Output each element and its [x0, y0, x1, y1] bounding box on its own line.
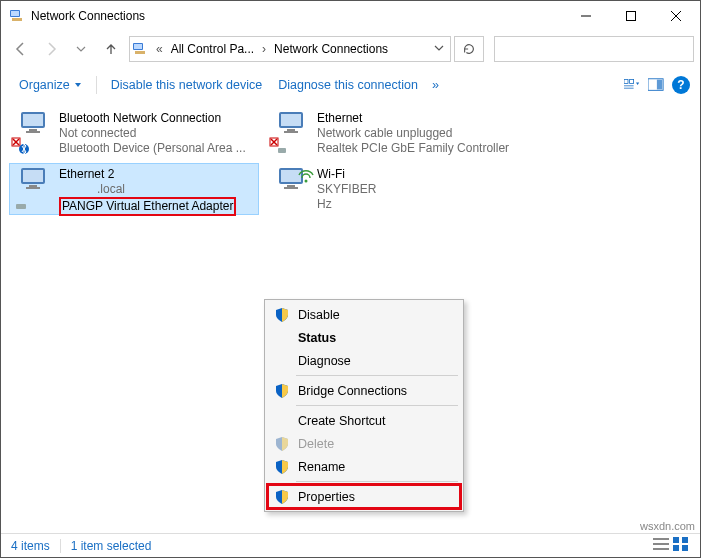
svg-rect-33	[23, 170, 43, 182]
breadcrumb-separator-icon: ›	[258, 42, 270, 56]
svg-rect-4	[626, 12, 635, 21]
svg-rect-47	[673, 545, 679, 551]
svg-rect-9	[135, 51, 145, 54]
connection-status: SKYFIBER	[317, 182, 515, 197]
command-bar: Organize Disable this network device Dia…	[1, 67, 700, 103]
connection-item[interactable]: Wi-Fi SKYFIBER Hz	[267, 163, 517, 215]
close-button[interactable]	[653, 2, 698, 30]
selected-count: 1 item selected	[71, 539, 152, 553]
refresh-button[interactable]	[454, 36, 484, 62]
connection-name: Bluetooth Network Connection	[59, 111, 257, 126]
app-icon	[9, 8, 25, 24]
svg-rect-26	[287, 129, 295, 131]
svg-point-41	[305, 180, 308, 183]
svg-rect-36	[16, 204, 26, 209]
svg-rect-35	[26, 187, 40, 189]
svg-rect-48	[682, 545, 688, 551]
item-count: 4 items	[11, 539, 50, 553]
svg-rect-39	[287, 185, 295, 187]
overflow-button[interactable]: »	[426, 78, 445, 92]
ctx-rename[interactable]: Rename	[268, 455, 460, 478]
organize-button[interactable]: Organize	[11, 74, 90, 96]
shield-icon	[274, 307, 290, 323]
connection-device: Hz	[317, 197, 515, 212]
connection-item-selected[interactable]: Ethernet 2 .local PANGP Virtual Ethernet…	[9, 163, 259, 215]
breadcrumb-current[interactable]: Network Connections	[274, 42, 388, 56]
details-view-icon[interactable]	[652, 536, 670, 555]
maximize-button[interactable]	[608, 2, 653, 30]
connection-item[interactable]: Bluetooth Network Connection Not connect…	[9, 107, 259, 159]
adapter-icon	[269, 109, 317, 155]
svg-rect-17	[23, 114, 43, 126]
content-area: Bluetooth Network Connection Not connect…	[1, 103, 700, 533]
view-large-icon[interactable]	[624, 77, 640, 93]
svg-rect-40	[284, 187, 298, 189]
svg-rect-42	[653, 538, 669, 540]
forward-button[interactable]	[37, 35, 65, 63]
ctx-delete: Delete	[268, 432, 460, 455]
adapter-icon	[11, 109, 59, 155]
connection-status: Not connected	[59, 126, 257, 141]
breadcrumb-parent[interactable]: All Control Pa...	[171, 42, 254, 56]
context-menu: Disable Status Diagnose Bridge Connectio…	[264, 299, 464, 512]
svg-rect-45	[673, 537, 679, 543]
address-dropdown-icon[interactable]	[430, 42, 448, 56]
shield-icon	[274, 459, 290, 475]
svg-rect-34	[29, 185, 37, 187]
svg-rect-31	[278, 148, 286, 153]
ctx-properties[interactable]: Properties	[268, 485, 460, 508]
connection-device: Realtek PCIe GbE Family Controller	[317, 141, 515, 156]
svg-rect-11	[630, 79, 634, 83]
title-bar: Network Connections	[1, 1, 700, 31]
connection-name: Ethernet 2	[59, 167, 257, 182]
watermark: wsxdn.com	[640, 520, 695, 532]
shield-icon	[274, 383, 290, 399]
back-button[interactable]	[7, 35, 35, 63]
ctx-bridge[interactable]: Bridge Connections	[268, 379, 460, 402]
svg-rect-44	[653, 548, 669, 550]
svg-rect-15	[657, 80, 662, 90]
ctx-diagnose[interactable]: Diagnose	[268, 349, 460, 372]
highlighted-device-label: PANGP Virtual Ethernet Adapter	[59, 197, 236, 216]
location-icon	[132, 41, 148, 57]
search-input[interactable]	[494, 36, 694, 62]
adapter-icon	[11, 165, 59, 211]
ctx-disable[interactable]: Disable	[268, 303, 460, 326]
connection-status: Network cable unplugged	[317, 126, 515, 141]
connection-name: Ethernet	[317, 111, 515, 126]
svg-rect-27	[284, 131, 298, 133]
adapter-icon	[269, 165, 317, 211]
tiles-view-icon[interactable]	[672, 536, 690, 555]
recent-dropdown[interactable]	[67, 35, 95, 63]
svg-rect-8	[134, 44, 142, 49]
minimize-button[interactable]	[563, 2, 608, 30]
address-bar-row: « All Control Pa... › Network Connection…	[1, 31, 700, 67]
address-bar[interactable]: « All Control Pa... › Network Connection…	[129, 36, 451, 62]
connection-device: Bluetooth Device (Personal Area ...	[59, 141, 257, 156]
status-bar: 4 items 1 item selected	[1, 533, 700, 557]
svg-rect-1	[11, 11, 19, 16]
svg-rect-2	[12, 18, 22, 21]
svg-rect-19	[26, 131, 40, 133]
preview-pane-icon[interactable]	[648, 77, 664, 93]
shield-icon	[274, 436, 290, 452]
svg-rect-10	[624, 79, 628, 83]
svg-rect-43	[653, 543, 669, 545]
connection-item[interactable]: Ethernet Network cable unplugged Realtek…	[267, 107, 517, 159]
connection-name: Wi-Fi	[317, 167, 515, 182]
connection-status: .local	[59, 182, 257, 197]
diagnose-button[interactable]: Diagnose this connection	[270, 74, 426, 96]
disable-device-button[interactable]: Disable this network device	[103, 74, 270, 96]
svg-rect-46	[682, 537, 688, 543]
svg-rect-25	[281, 114, 301, 126]
up-button[interactable]	[97, 35, 125, 63]
help-icon[interactable]: ?	[672, 76, 690, 94]
ctx-status[interactable]: Status	[268, 326, 460, 349]
ctx-create-shortcut[interactable]: Create Shortcut	[268, 409, 460, 432]
window-title: Network Connections	[31, 9, 563, 23]
svg-rect-18	[29, 129, 37, 131]
shield-icon	[274, 489, 290, 505]
